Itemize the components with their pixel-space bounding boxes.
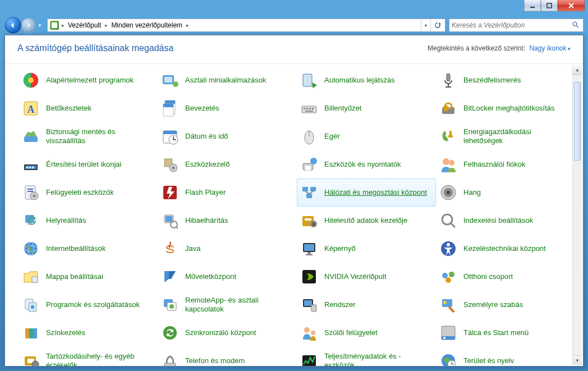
breadcrumb-sep[interactable]: ▸ <box>185 22 190 28</box>
credentials-icon <box>300 211 319 230</box>
breadcrumb-part[interactable]: Vezérlőpult <box>66 21 103 29</box>
svg-rect-43 <box>26 167 28 168</box>
cpl-item-performance[interactable]: Teljesítményadatok és -eszközök <box>297 347 436 366</box>
cpl-item-java[interactable]: Java <box>158 235 297 263</box>
cpl-item-getting-started[interactable]: Bevezetés <box>158 94 297 122</box>
cpl-item-speech[interactable]: Beszédfelismerés <box>436 66 575 94</box>
users-icon <box>439 155 458 174</box>
cpl-item-display[interactable]: Képernyő <box>297 235 436 263</box>
cpl-item-network[interactable]: Hálózati és megosztási központ <box>297 178 436 207</box>
cpl-item-location[interactable]: Tartózkodásihely- és egyéb érzékelők <box>19 347 158 366</box>
scroll-thumb[interactable] <box>574 82 581 161</box>
cpl-item-devices-printers[interactable]: Eszközök és nyomtatók <box>297 150 436 178</box>
cpl-item-phone[interactable]: Telefon és modem <box>158 347 297 366</box>
minimize-button[interactable] <box>524 0 541 11</box>
speech-icon <box>439 71 458 90</box>
address-dropdown[interactable]: ▾ <box>421 23 430 28</box>
search-box[interactable] <box>449 19 584 32</box>
svg-rect-108 <box>33 328 37 338</box>
action-center-icon <box>160 267 180 286</box>
search-input[interactable] <box>452 21 571 29</box>
cpl-item-folder-options[interactable]: Mappa beállításai <box>19 263 158 291</box>
cpl-item-label: Java <box>185 244 200 253</box>
svg-rect-76 <box>305 218 311 221</box>
svg-rect-24 <box>306 108 308 109</box>
cpl-item-label: Hang <box>463 188 481 197</box>
view-dropdown[interactable]: Nagy ikonok <box>529 44 571 52</box>
back-button[interactable] <box>4 17 21 34</box>
content-panel: A számítógép beállításainak megadása Meg… <box>4 35 584 367</box>
cpl-item-label: Tálca és Start menü <box>463 328 529 337</box>
svg-line-64 <box>309 191 313 194</box>
scroll-down-button[interactable]: ▼ <box>573 355 582 365</box>
close-button[interactable] <box>558 0 585 11</box>
cpl-item-troubleshoot[interactable]: Hibaelhárítás <box>158 207 297 235</box>
vertical-scrollbar[interactable]: ▲ ▼ <box>572 65 582 365</box>
cpl-item-personalize[interactable]: Személyre szabás <box>436 291 575 319</box>
cpl-item-users[interactable]: Felhasználói fiókok <box>436 150 575 178</box>
cpl-item-sync[interactable]: Szinkronizáló központ <box>158 319 297 347</box>
history-dropdown[interactable]: ▼ <box>36 20 44 30</box>
breadcrumb-sep[interactable]: ▸ <box>60 22 66 28</box>
cpl-item-mouse[interactable]: Egér <box>297 122 436 150</box>
cpl-item-ease-of-access[interactable]: Kezeléstechnikai központ <box>436 235 575 263</box>
cpl-item-programs[interactable]: Programok és szolgáltatások <box>19 291 158 319</box>
cpl-item-remoteapp[interactable]: RemoteApp- és asztali kapcsolatok <box>158 291 297 319</box>
cpl-item-label: Egér <box>324 132 339 141</box>
cpl-item-credentials[interactable]: Hitelesítő adatok kezelője <box>297 207 436 235</box>
maximize-button[interactable] <box>541 0 558 11</box>
cpl-item-system[interactable]: Rendszer <box>297 291 436 319</box>
cpl-item-taskbar[interactable]: Tálca és Start menü <box>436 319 575 347</box>
cpl-item-power[interactable]: Energiagazdálkodási lehetőségek <box>436 122 575 150</box>
flash-icon <box>160 183 180 202</box>
svg-rect-90 <box>32 277 38 282</box>
title-bar <box>0 0 588 16</box>
cpl-item-sound[interactable]: Hang <box>436 178 575 207</box>
cpl-item-keyboard[interactable]: Billentyűzet <box>297 94 436 122</box>
refresh-button[interactable] <box>430 19 444 31</box>
cpl-item-default-programs[interactable]: Alapértelmezett programok <box>19 66 158 94</box>
svg-point-100 <box>169 304 174 309</box>
cpl-item-notification[interactable]: Értesítési terület ikonjai <box>19 150 158 178</box>
cpl-item-fonts[interactable]: ABetűkészletek <box>19 94 158 122</box>
cpl-item-label: Telefon és modem <box>185 356 245 365</box>
cpl-item-parental[interactable]: Szülői felügyelet <box>297 319 436 347</box>
cpl-item-color[interactable]: Színkezelés <box>19 319 158 347</box>
cpl-item-label: Terület és nyelv <box>463 356 514 365</box>
cpl-item-internet[interactable]: Internetbeállítások <box>19 235 158 263</box>
cpl-item-label: Helyreállítás <box>46 216 86 225</box>
address-bar[interactable]: ▸ Vezérlőpult ▸ Minden vezérlőpultelem ▸… <box>47 19 445 32</box>
cpl-item-action-center[interactable]: Műveletközpont <box>158 263 297 291</box>
cpl-item-bitlocker[interactable]: BitLocker meghajtótitkosítás <box>436 94 575 122</box>
svg-point-93 <box>449 272 454 277</box>
scroll-up-button[interactable]: ▲ <box>573 65 582 75</box>
location-icon <box>21 351 40 366</box>
cpl-item-label: Bevezetés <box>185 104 219 113</box>
cpl-item-label: Értesítési terület ikonjai <box>46 160 121 169</box>
cpl-item-gadgets[interactable]: Asztali minialkalmazások <box>158 66 297 94</box>
breadcrumb-part[interactable]: Minden vezérlőpultelem <box>109 21 185 29</box>
cpl-item-device-manager[interactable]: Eszközkezelő <box>158 150 297 178</box>
svg-point-109 <box>163 326 177 340</box>
breadcrumb-sep[interactable]: ▸ <box>103 22 109 28</box>
cpl-item-datetime[interactable]: Dátum és idő <box>158 122 297 150</box>
mouse-icon <box>300 127 319 146</box>
cpl-item-admin-tools[interactable]: Felügyeleti eszközök <box>19 178 158 207</box>
remoteapp-icon <box>160 295 180 314</box>
cpl-item-homegroup[interactable]: Otthoni csoport <box>436 263 575 291</box>
phone-icon <box>160 351 180 366</box>
breadcrumb: ▸ Vezérlőpult ▸ Minden vezérlőpultelem ▸ <box>50 21 421 30</box>
cpl-item-indexing[interactable]: Indexelési beállítások <box>436 207 575 235</box>
sync-icon <box>160 323 180 342</box>
cpl-item-label: Hálózati és megosztási központ <box>324 188 427 197</box>
cpl-item-flash[interactable]: Flash Player <box>158 178 297 207</box>
cpl-item-nvidia[interactable]: NVIDIA Vezérlőpult <box>297 263 436 291</box>
datetime-icon <box>160 127 180 146</box>
svg-rect-39 <box>449 131 452 135</box>
cpl-item-label: Felhasználói fiókok <box>463 160 526 169</box>
forward-button[interactable] <box>21 18 36 33</box>
cpl-item-recovery[interactable]: Helyreállítás <box>19 207 158 235</box>
cpl-item-backup[interactable]: Biztonsági mentés és visszaállítás <box>19 122 158 150</box>
cpl-item-autoplay[interactable]: Automatikus lejátszás <box>297 66 436 94</box>
cpl-item-region[interactable]: Terület és nyelv <box>436 347 575 366</box>
